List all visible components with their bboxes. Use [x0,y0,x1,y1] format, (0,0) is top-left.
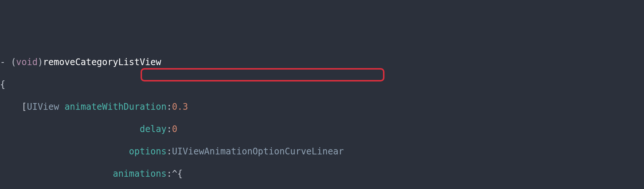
code-editor[interactable]: - (void)removeCategoryListView { [UIView… [0,45,644,189]
code-line: { [0,79,644,90]
number-literal: 0.3 [172,102,188,112]
param-label: animations [113,169,167,179]
class-name: UIView [27,102,59,112]
code-line: animations:^{ [0,168,644,179]
code-line: options:UIViewAnimationOptionCurveLinear [0,146,644,157]
param-label: options [129,146,167,157]
code-line: - (void)removeCategoryListView [0,57,644,68]
param-label: delay [140,124,167,134]
code-line: delay:0 [0,124,644,135]
enum-value: UIViewAnimationOptionCurveLinear [172,146,344,157]
keyword: void [16,57,38,67]
code-line: [UIView animateWithDuration:0.3 [0,101,644,112]
number-literal: 0 [172,124,177,134]
selector: animateWithDuration [64,102,167,112]
method-name: removeCategoryListView [43,57,161,67]
